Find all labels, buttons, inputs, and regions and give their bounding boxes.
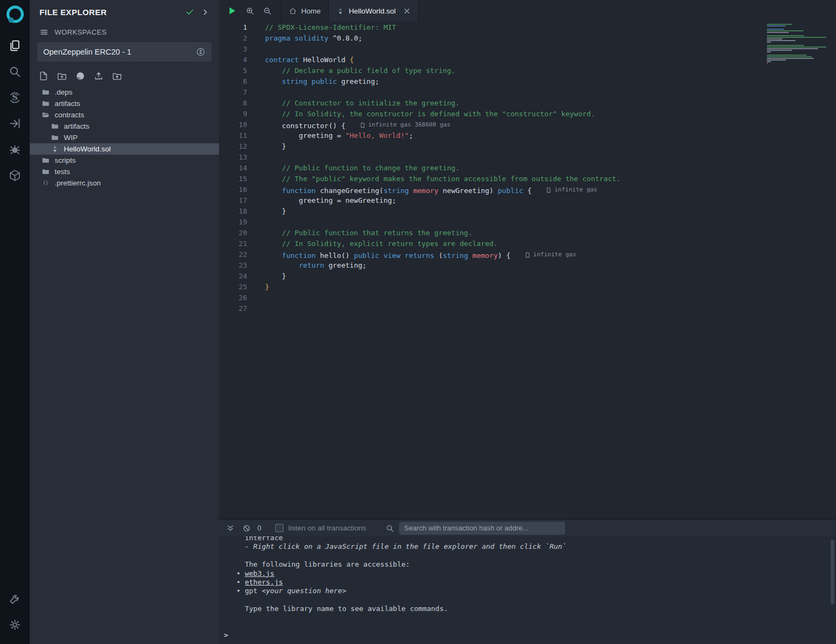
terminal-link[interactable]: ethers.js bbox=[245, 578, 283, 586]
terminal-line: The following libraries are accessible: bbox=[236, 560, 825, 569]
listen-all-transactions-checkbox[interactable] bbox=[275, 524, 283, 532]
line-number: 23 bbox=[219, 260, 258, 271]
code-line-8[interactable]: // Constructor to initialize the greetin… bbox=[265, 98, 836, 109]
tab-helloworld-sol[interactable]: HelloWorld.sol bbox=[328, 0, 419, 22]
workspace-select[interactable]: OpenZeppelin ERC20 - 1 bbox=[37, 42, 211, 62]
code-line-13[interactable] bbox=[265, 152, 836, 163]
code-line-25[interactable]: } bbox=[265, 282, 836, 293]
code-line-2[interactable]: pragma solidity ^0.8.0; bbox=[265, 33, 836, 44]
minimap[interactable] bbox=[767, 24, 831, 68]
folder-icon bbox=[42, 156, 50, 164]
tree-item-contracts[interactable]: contracts bbox=[30, 109, 219, 121]
ban-icon[interactable] bbox=[242, 524, 251, 533]
tree-item-artifacts[interactable]: artifacts bbox=[30, 98, 219, 109]
chevron-right-icon[interactable] bbox=[201, 8, 209, 16]
tree-item-label: HelloWorld.sol bbox=[64, 145, 111, 153]
code-line-14[interactable]: // Public function to change the greetin… bbox=[265, 163, 836, 174]
line-number: 8 bbox=[219, 98, 258, 109]
line-number: 24 bbox=[219, 271, 258, 282]
code-line-21[interactable]: // In Solidity, explicit return types ar… bbox=[265, 238, 836, 249]
tree-item-label: artifacts bbox=[64, 122, 89, 130]
code-line-9[interactable]: // In Solidity, the constructor is defin… bbox=[265, 109, 836, 119]
code-line-12[interactable]: } bbox=[265, 141, 836, 152]
activity-bar-bottom bbox=[5, 589, 25, 641]
terminal-prompt[interactable]: > bbox=[224, 631, 228, 640]
sidebar-item-settings[interactable] bbox=[5, 615, 25, 634]
clone-from-github-button[interactable] bbox=[75, 71, 85, 81]
terminal-line: • ethers.js bbox=[236, 578, 825, 587]
sidebar-item-debugger[interactable] bbox=[5, 140, 25, 159]
tree-item-deps[interactable]: .deps bbox=[30, 87, 219, 98]
check-icon[interactable] bbox=[185, 7, 195, 17]
upload-file-button[interactable] bbox=[94, 71, 104, 81]
tab-label: HelloWorld.sol bbox=[349, 7, 396, 15]
code-line-10[interactable]: constructor() {infinite gas 368600 gas bbox=[265, 119, 836, 130]
code-line-26[interactable] bbox=[265, 293, 836, 303]
terminal-search-input[interactable] bbox=[399, 522, 565, 535]
sidebar-item-solidity-compiler[interactable] bbox=[5, 88, 25, 107]
tree-item-artifacts[interactable]: artifacts bbox=[30, 121, 219, 132]
line-number: 26 bbox=[219, 293, 258, 303]
tree-item-prettierrc-json[interactable]: .prettierrc.json bbox=[30, 177, 219, 189]
zoom-in-button[interactable] bbox=[246, 6, 255, 16]
code-line-5[interactable]: // Declare a public field of type string… bbox=[265, 65, 836, 76]
code-line-19[interactable] bbox=[265, 217, 836, 228]
hamburger-icon[interactable] bbox=[39, 28, 49, 37]
tree-item-wip[interactable]: WIP bbox=[30, 132, 219, 143]
deploy-icon bbox=[8, 117, 22, 130]
circle-arrows-icon[interactable] bbox=[196, 47, 205, 57]
terminal-scrollbar[interactable] bbox=[831, 540, 834, 605]
new-folder-button[interactable] bbox=[57, 71, 67, 81]
tree-item-label: contracts bbox=[55, 111, 84, 119]
sidebar-item-plugin-panel[interactable] bbox=[5, 165, 25, 185]
code-line-20[interactable]: // Public function that returns the gree… bbox=[265, 228, 836, 238]
tree-item-label: tests bbox=[55, 168, 70, 176]
run-script-button[interactable] bbox=[227, 5, 237, 16]
tree-item-tests[interactable]: tests bbox=[30, 166, 219, 177]
line-number: 11 bbox=[219, 130, 258, 141]
code-editor[interactable]: 1234567891011121314151617181920212223242… bbox=[219, 22, 836, 519]
code-line-27[interactable] bbox=[265, 303, 836, 314]
terminal-line: Type the library name to see available c… bbox=[236, 605, 825, 613]
terminal-line: - Right click on a JavaScript file in th… bbox=[236, 542, 825, 551]
remix-ide-window: FILE EXPLORER WORKSPACES OpenZeppelin ER… bbox=[0, 0, 836, 644]
gas-icon bbox=[360, 122, 366, 128]
code-line-7[interactable] bbox=[265, 87, 836, 98]
zoom-out-button[interactable] bbox=[263, 6, 272, 16]
sidebar-item-tools[interactable] bbox=[5, 589, 25, 608]
code-line-11[interactable]: greeting = "Hello, World!"; bbox=[265, 130, 836, 141]
close-tab-icon[interactable] bbox=[403, 7, 411, 15]
upload-folder-button[interactable] bbox=[112, 71, 122, 81]
code-line-18[interactable]: } bbox=[265, 206, 836, 217]
workspace-selected-value: OpenZeppelin ERC20 - 1 bbox=[43, 48, 196, 56]
code-line-24[interactable]: } bbox=[265, 271, 836, 282]
code-pane[interactable]: // SPDX-License-Identifier: MITpragma so… bbox=[258, 22, 836, 519]
code-line-17[interactable]: greeting = newGreeting; bbox=[265, 195, 836, 206]
new-file-button[interactable] bbox=[38, 71, 49, 81]
folder-icon bbox=[51, 122, 59, 130]
code-line-4[interactable]: contract HelloWorld { bbox=[265, 55, 836, 65]
terminal-link[interactable]: web3.js bbox=[245, 569, 275, 577]
file-tree: .depsartifactscontractsartifactsWIPHello… bbox=[30, 87, 219, 189]
sidebar-item-search[interactable] bbox=[5, 62, 25, 81]
code-line-6[interactable]: string public greeting; bbox=[265, 76, 836, 87]
code-line-22[interactable]: function hello() public view returns (st… bbox=[265, 249, 836, 260]
terminal-output[interactable]: interface - Right click on a JavaScript … bbox=[219, 536, 836, 644]
line-number: 4 bbox=[219, 55, 258, 65]
code-line-1[interactable]: // SPDX-License-Identifier: MIT bbox=[265, 22, 836, 33]
collapse-terminal-icon[interactable] bbox=[226, 524, 235, 533]
tab-home[interactable]: Home bbox=[281, 0, 328, 22]
code-line-16[interactable]: function changeGreeting(string memory ne… bbox=[265, 184, 836, 195]
tree-item-label: .prettierrc.json bbox=[55, 179, 101, 187]
search-icon[interactable] bbox=[386, 524, 394, 533]
tree-item-label: artifacts bbox=[55, 99, 80, 108]
tree-item-scripts[interactable]: scripts bbox=[30, 155, 219, 166]
code-line-3[interactable] bbox=[265, 44, 836, 55]
code-line-15[interactable]: // The "public" keyword makes the functi… bbox=[265, 174, 836, 184]
tree-item-helloworld-sol[interactable]: HelloWorld.sol bbox=[30, 143, 219, 155]
remix-logo[interactable] bbox=[4, 4, 26, 26]
code-line-23[interactable]: return greeting; bbox=[265, 260, 836, 271]
sidebar-item-deploy-run[interactable] bbox=[5, 114, 25, 133]
folder-icon bbox=[42, 168, 50, 176]
sidebar-item-file-explorer[interactable] bbox=[5, 36, 25, 55]
